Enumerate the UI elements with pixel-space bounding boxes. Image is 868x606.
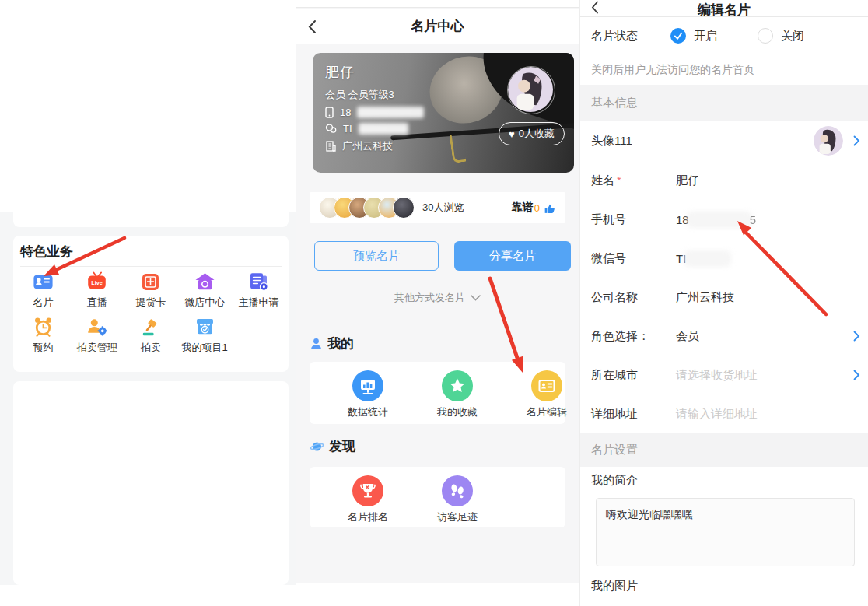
wechat-row[interactable]: 微信号 TI — [580, 239, 868, 278]
tile-data-stats[interactable]: 数据统计 — [337, 370, 399, 419]
left-top-area — [0, 0, 296, 212]
kaopu-rating[interactable]: 靠谱 0 — [512, 201, 556, 215]
mine-title: 我的 — [327, 335, 354, 352]
company-value[interactable]: 广州云科技 — [676, 290, 734, 305]
kaopu-count: 0 — [534, 202, 540, 214]
live-tv-icon: Live — [86, 271, 108, 293]
featured-services-title: 特色业务 — [20, 243, 73, 261]
pickup-card-icon — [139, 271, 162, 293]
service-label: 名片 — [33, 296, 54, 310]
other-share-methods[interactable]: 其他方式发名片 — [296, 291, 579, 305]
status-on-label[interactable]: 开启 — [694, 29, 717, 44]
services-grid: 名片 Live 直播 提货卡 — [16, 271, 285, 355]
role-value[interactable]: 会员 — [676, 329, 699, 344]
chevron-down-icon — [471, 295, 481, 301]
tile-label: 数据统计 — [348, 405, 388, 419]
status-note: 关闭后用户无法访问您的名片首页 — [580, 55, 868, 85]
service-host-apply[interactable]: 主播申请 — [232, 271, 285, 310]
name-value[interactable]: 肥仔 — [676, 173, 699, 188]
discover-card: 名片排名 访客足迹 — [310, 467, 565, 527]
tile-card-ranking[interactable]: 名片排名 — [337, 475, 399, 524]
phone-value[interactable]: 18 — [676, 213, 689, 226]
service-live[interactable]: Live 直播 — [70, 271, 124, 310]
service-label: 主播申请 — [238, 296, 278, 310]
discover-section-header: 发现 — [310, 437, 355, 455]
address-placeholder[interactable]: 请输入详细地址 — [676, 407, 758, 422]
role-row[interactable]: 角色选择： 会员 — [580, 317, 868, 356]
status-label: 名片状态 — [591, 29, 638, 44]
owner-company: 广州云科技 — [342, 139, 393, 153]
radio-off[interactable] — [758, 28, 773, 44]
images-label: 我的图片 — [591, 579, 638, 594]
name-row[interactable]: 姓名* 肥仔 — [580, 161, 868, 200]
preview-card-button[interactable]: 预览名片 — [314, 241, 439, 271]
viewer-avatar — [393, 197, 415, 219]
card-settings-section: 名片设置 — [580, 433, 868, 467]
photo-hook — [450, 133, 467, 163]
address-row[interactable]: 详细地址 请输入详细地址 — [580, 394, 868, 433]
service-label: 拍卖 — [141, 341, 161, 355]
panel-edit-card: 编辑名片 名片状态 开启 关闭 关闭后用户无法访问您的名片首页 基本信息 头像1… — [579, 0, 868, 606]
back-icon[interactable] — [308, 19, 317, 34]
owner-avatar[interactable] — [507, 66, 555, 114]
chevron-right-icon — [853, 331, 860, 342]
status-off-label[interactable]: 关闭 — [781, 29, 804, 44]
city-row[interactable]: 所在城市 请选择收货地址 — [580, 356, 868, 394]
service-auction[interactable]: 拍卖 — [124, 316, 177, 355]
wechat-blur — [359, 123, 408, 135]
service-auction-manage[interactable]: 拍卖管理 — [70, 316, 124, 355]
empty-card — [13, 381, 289, 585]
id-card-icon — [32, 271, 54, 293]
intro-textarea[interactable]: 嗨欢迎光临嘿嘿嘿 — [596, 498, 855, 566]
service-label: 预约 — [33, 341, 54, 355]
tile-label: 我的收藏 — [437, 405, 478, 419]
service-label: 直播 — [87, 296, 107, 310]
heart-icon: ♥ — [509, 128, 515, 140]
document-stack-icon — [247, 271, 270, 293]
share-card-button[interactable]: 分享名片 — [454, 241, 571, 271]
avatar-row[interactable]: 头像111 — [580, 121, 868, 161]
phone-row[interactable]: 手机号 18 5 — [580, 200, 868, 239]
service-label: 提货卡 — [135, 296, 166, 310]
service-business-card[interactable]: 名片 — [16, 271, 70, 310]
tile-label: 名片编辑 — [527, 405, 567, 419]
service-label: 我的项目1 — [182, 341, 228, 355]
tile-card-edit[interactable]: 名片编辑 — [516, 370, 578, 419]
avatar[interactable] — [814, 126, 843, 156]
business-card-photo[interactable]: 肥仔 会员 会员等级3 18 TI 广州云科技 ♥ — [313, 53, 574, 173]
row-label: 详细地址 — [591, 407, 676, 422]
service-pickup-card[interactable]: 提货卡 — [124, 271, 177, 310]
service-appointment[interactable]: 预约 — [16, 316, 70, 355]
kaopu-label: 靠谱 — [512, 201, 534, 215]
row-label: 手机号 — [591, 212, 676, 227]
radio-on[interactable] — [670, 28, 686, 44]
row-label: 角色选择： — [591, 329, 676, 344]
bottom-strip — [296, 583, 579, 606]
collect-badge[interactable]: ♥ 0人收藏 — [499, 122, 565, 145]
company-row[interactable]: 公司名称 广州云科技 — [580, 278, 868, 317]
owner-wechat-row: TI — [325, 123, 424, 135]
status-bar — [296, 0, 579, 8]
page-title: 名片中心 — [411, 17, 464, 35]
city-placeholder[interactable]: 请选择收货地址 — [676, 368, 758, 383]
service-micro-store[interactable]: 微店中心 — [178, 271, 232, 310]
card-status-row: 名片状态 开启 关闭 — [580, 18, 868, 54]
tile-my-favorites[interactable]: 我的收藏 — [426, 370, 488, 419]
storefront-icon — [194, 316, 216, 338]
owner-wechat: TI — [343, 123, 352, 135]
phone-blur — [689, 214, 750, 226]
divider — [20, 266, 282, 267]
owner-phone-row: 18 — [325, 107, 424, 118]
edit-card-header: 编辑名片 — [580, 0, 868, 17]
row-label: 微信号 — [591, 251, 676, 266]
page-title: 编辑名片 — [580, 1, 868, 19]
row-label: 头像111 — [591, 134, 676, 149]
discover-title: 发现 — [329, 437, 355, 455]
building-icon — [325, 141, 336, 152]
row-label: 公司名称 — [591, 290, 676, 305]
service-my-project[interactable]: 我的项目1 — [178, 316, 232, 355]
tile-visitor-footprints[interactable]: 访客足迹 — [426, 475, 488, 524]
wechat-value[interactable]: TI — [676, 252, 686, 265]
card-edit-icon — [531, 370, 562, 401]
phone-blur — [357, 107, 424, 118]
